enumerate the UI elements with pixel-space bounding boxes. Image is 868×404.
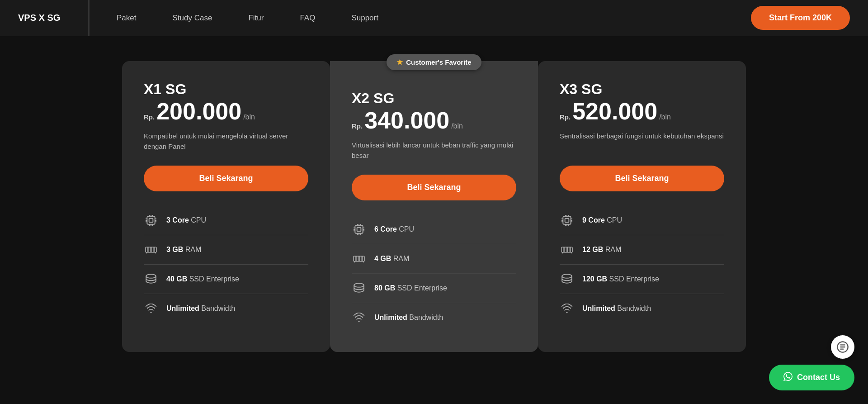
feature-bw-x3sg: Unlimited Bandwidth [560, 294, 724, 323]
svg-rect-50 [563, 216, 571, 224]
buy-button-x1sg[interactable]: Beli Sekarang [144, 166, 308, 191]
feature-cpu-text-x1sg: 3 Core CPU [166, 216, 206, 224]
feature-ram-x1sg: 3 GB RAM [144, 235, 308, 265]
ram-icon-x3sg [560, 242, 574, 257]
plan-title-x2sg: X2 SG [352, 90, 516, 107]
cpu-icon-x3sg [560, 213, 574, 228]
svg-point-48 [354, 283, 364, 287]
contact-us-label: Contact Us [797, 373, 840, 382]
wifi-icon-x2sg [352, 310, 366, 325]
whatsapp-icon [783, 372, 793, 383]
plan-desc-x3sg: Sentralisasi berbagai fungsi untuk kebut… [560, 131, 724, 153]
feature-cpu-x2sg: 6 Core CPU [352, 215, 516, 244]
svg-rect-25 [355, 225, 363, 233]
main-content: ★ Customer's Favorite X1 SG Rp. 200.000 … [0, 36, 868, 379]
feature-ssd-text-x2sg: 80 GB SSD Enterprise [374, 284, 447, 292]
brand-logo: VPS X SG [18, 13, 88, 23]
svg-rect-0 [147, 216, 155, 224]
svg-rect-51 [565, 219, 569, 223]
ssd-icon-x2sg [352, 281, 366, 295]
price-amount-x1sg: 200.000 [156, 100, 241, 123]
svg-point-49 [358, 321, 359, 322]
pricing-cards-row: X1 SG Rp. 200.000 /bln Kompatibel untuk … [122, 61, 746, 352]
svg-point-74 [566, 312, 567, 313]
favorite-badge-row: ★ Customer's Favorite [72, 54, 796, 70]
feature-ssd-text-x3sg: 120 GB SSD Enterprise [582, 275, 659, 283]
feature-bw-text-x3sg: Unlimited Bandwidth [582, 304, 651, 313]
ssd-icon-x1sg [144, 272, 158, 286]
price-rp-x2sg: Rp. [352, 122, 363, 130]
svg-point-73 [562, 274, 572, 278]
feature-ssd-x1sg: 40 GB SSD Enterprise [144, 265, 308, 294]
feature-bw-text-x2sg: Unlimited Bandwidth [374, 314, 443, 322]
feature-ram-text-x1sg: 3 GB RAM [166, 246, 201, 254]
favorite-badge: ★ Customer's Favorite [387, 54, 481, 70]
ssd-icon-x3sg [560, 272, 574, 286]
wifi-icon-x3sg [560, 301, 574, 316]
price-rp-x1sg: Rp. [144, 113, 155, 121]
price-row-x2sg: Rp. 340.000 /bln [352, 109, 516, 132]
feature-list-x3sg: 9 Core CPU 12 GB RAM [560, 206, 724, 323]
nav-divider [88, 0, 90, 36]
contact-us-button[interactable]: Contact Us [769, 365, 854, 390]
feature-bw-text-x1sg: Unlimited Bandwidth [166, 304, 235, 313]
price-amount-x3sg: 520.000 [572, 100, 657, 123]
cpu-icon-x2sg [352, 222, 366, 237]
price-period-x1sg: /bln [243, 113, 255, 121]
feature-ram-text-x2sg: 4 GB RAM [374, 255, 409, 263]
nav-link-fitur[interactable]: Fitur [248, 14, 264, 23]
feature-ram-x3sg: 12 GB RAM [560, 235, 724, 265]
chat-widget[interactable] [831, 335, 854, 359]
nav-links: Paket Study Case Fitur FAQ Support [117, 14, 751, 23]
feature-list-x2sg: 6 Core CPU 4 GB RAM [352, 215, 516, 332]
start-cta-button[interactable]: Start From 200K [751, 6, 850, 30]
feature-cpu-text-x3sg: 9 Core CPU [582, 216, 622, 224]
feature-ssd-x2sg: 80 GB SSD Enterprise [352, 274, 516, 303]
feature-ssd-text-x1sg: 40 GB SSD Enterprise [166, 275, 239, 283]
plan-desc-x1sg: Kompatibel untuk mulai mengelola virtual… [144, 131, 308, 153]
feature-list-x1sg: 3 Core CPU 3 GB RAM [144, 206, 308, 323]
price-amount-x2sg: 340.000 [364, 109, 449, 132]
star-icon: ★ [396, 58, 403, 67]
price-row-x1sg: Rp. 200.000 /bln [144, 100, 308, 123]
svg-point-23 [146, 274, 156, 278]
nav-link-support[interactable]: Support [351, 14, 378, 23]
feature-cpu-x1sg: 3 Core CPU [144, 206, 308, 235]
buy-button-x3sg[interactable]: Beli Sekarang [560, 166, 724, 191]
nav-link-study-case[interactable]: Study Case [172, 14, 212, 23]
ram-icon-x2sg [352, 252, 366, 266]
favorite-badge-label: Customer's Favorite [406, 58, 471, 66]
feature-bw-x2sg: Unlimited Bandwidth [352, 303, 516, 332]
nav-link-faq[interactable]: FAQ [300, 14, 315, 23]
plan-title-x3sg: X3 SG [560, 81, 724, 98]
price-period-x3sg: /bln [659, 113, 671, 121]
plan-card-x1sg: X1 SG Rp. 200.000 /bln Kompatibel untuk … [122, 61, 330, 352]
cpu-icon-x1sg [144, 213, 158, 228]
feature-bw-x1sg: Unlimited Bandwidth [144, 294, 308, 323]
navbar: VPS X SG Paket Study Case Fitur FAQ Supp… [0, 0, 868, 36]
price-rp-x3sg: Rp. [560, 113, 571, 121]
plan-desc-x2sg: Virtualisasi lebih lancar untuk beban tr… [352, 140, 516, 162]
nav-link-paket[interactable]: Paket [117, 14, 136, 23]
feature-cpu-text-x2sg: 6 Core CPU [374, 225, 414, 233]
feature-cpu-x3sg: 9 Core CPU [560, 206, 724, 235]
ram-icon-x1sg [144, 242, 158, 257]
svg-rect-26 [357, 228, 361, 232]
feature-ram-x2sg: 4 GB RAM [352, 244, 516, 274]
plan-card-x3sg: X3 SG Rp. 520.000 /bln Sentralisasi berb… [538, 61, 746, 352]
feature-ssd-x3sg: 120 GB SSD Enterprise [560, 265, 724, 294]
svg-rect-1 [149, 219, 153, 223]
price-period-x2sg: /bln [451, 122, 463, 130]
plan-title-x1sg: X1 SG [144, 81, 308, 98]
wifi-icon-x1sg [144, 301, 158, 316]
price-row-x3sg: Rp. 520.000 /bln [560, 100, 724, 123]
feature-ram-text-x3sg: 12 GB RAM [582, 246, 621, 254]
svg-point-24 [150, 312, 151, 313]
plan-card-x2sg: X2 SG Rp. 340.000 /bln Virtualisasi lebi… [330, 61, 538, 352]
buy-button-x2sg[interactable]: Beli Sekarang [352, 175, 516, 200]
